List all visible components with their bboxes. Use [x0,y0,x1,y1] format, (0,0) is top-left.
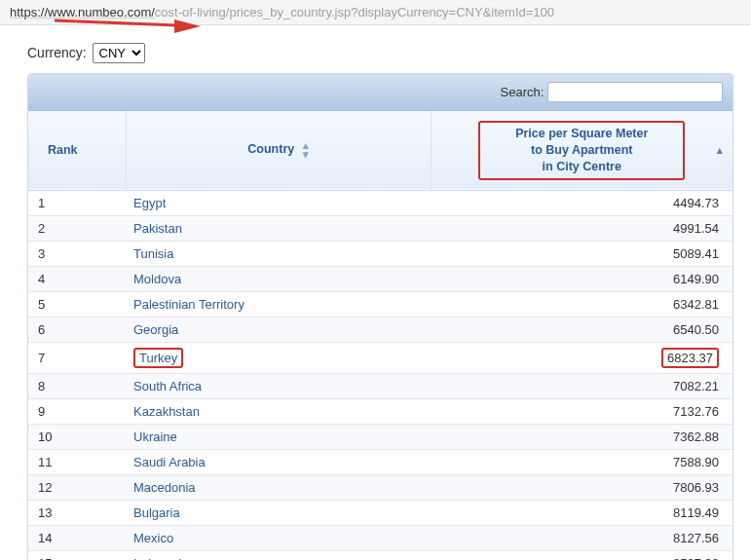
price-cell: 5089.41 [431,241,732,266]
table-row: 15Indonesia8587.32 [28,550,732,560]
search-input[interactable] [547,82,723,102]
country-cell: Indonesia [126,550,431,560]
table-row: 7Turkey6823.37 [28,342,732,373]
country-link[interactable]: Tunisia [133,246,173,261]
rank-cell: 3 [28,241,126,266]
table-row: 9Kazakhstan7132.76 [28,398,732,424]
country-link[interactable]: Turkey [133,351,183,365]
country-cell: Pakistan [126,215,431,241]
country-cell: Mexico [126,525,431,550]
country-cell: Turkey [126,342,431,373]
country-cell: Ukraine [126,424,431,449]
header-rank[interactable]: Rank [28,111,126,190]
price-cell: 7082.21 [431,373,732,398]
header-price-highlight: Price per Square Meter to Buy Apartment … [478,121,685,180]
country-link[interactable]: Bulgaria [133,505,180,520]
url-domain: https://www.numbeo.com/ [10,5,155,19]
country-link[interactable]: Georgia [133,322,178,337]
svg-line-0 [55,20,176,25]
table-row: 4Moldova6149.90 [28,266,732,291]
rank-cell: 9 [28,398,126,424]
currency-selector-row: Currency: CNY [27,43,733,63]
price-cell: 8119.49 [431,500,732,525]
highlight-price: 6823.37 [661,348,719,368]
price-cell: 4991.54 [431,215,732,241]
country-link[interactable]: Mexico [133,531,173,545]
sort-icon: ▴▾ [303,141,309,159]
search-label: Search: [501,85,544,99]
price-cell: 7588.90 [431,449,732,474]
rank-cell: 6 [28,317,126,342]
table-row: 11Saudi Arabia7588.90 [28,449,732,474]
country-link[interactable]: Kazakhstan [133,404,200,419]
price-cell: 7806.93 [431,474,732,500]
rank-cell: 7 [28,342,126,373]
country-cell: Macedonia [126,474,431,500]
table-row: 8South Africa7082.21 [28,373,732,398]
country-link[interactable]: Moldova [133,272,181,286]
country-cell: Palestinian Territory [126,291,431,317]
table-row: 6Georgia6540.50 [28,317,732,342]
rank-cell: 2 [28,215,126,241]
price-cell: 6342.81 [431,291,732,317]
currency-select[interactable]: CNY [93,43,145,63]
country-link[interactable]: Saudi Arabia [133,455,206,469]
highlight-country: Turkey [133,348,183,368]
country-cell: Tunisia [126,241,431,266]
country-link[interactable]: South Africa [133,379,202,393]
country-cell: Egypt [126,190,431,215]
country-link[interactable]: Indonesia [133,556,188,560]
rank-cell: 14 [28,525,126,550]
currency-label: Currency: [27,45,87,60]
header-price[interactable]: Price per Square Meter to Buy Apartment … [431,111,732,190]
table-row: 1Egypt4494.73 [28,190,732,215]
country-cell: Moldova [126,266,431,291]
data-table-wrap: Search: Rank Country ▴▾ Price per Square… [27,73,733,560]
price-cell: 4494.73 [431,190,732,215]
price-cell: 6149.90 [431,266,732,291]
rank-cell: 12 [28,474,126,500]
url-bar[interactable]: https://www.numbeo.com/cost-of-living/pr… [0,0,751,25]
rank-cell: 4 [28,266,126,291]
rank-cell: 10 [28,424,126,449]
rank-cell: 1 [28,190,126,215]
price-cell: 8127.56 [431,525,732,550]
table-row: 12Macedonia7806.93 [28,474,732,500]
country-cell: Georgia [126,317,431,342]
table-row: 13Bulgaria8119.49 [28,500,732,525]
header-country[interactable]: Country ▴▾ [126,111,431,190]
rank-cell: 8 [28,373,126,398]
country-cell: Bulgaria [126,500,431,525]
price-cell: 6540.50 [431,317,732,342]
country-cell: Saudi Arabia [126,449,431,474]
sort-asc-icon: ▴ [717,146,723,155]
country-cell: Kazakhstan [126,398,431,424]
table-row: 2Pakistan4991.54 [28,215,732,241]
country-link[interactable]: Macedonia [133,480,196,495]
rank-cell: 15 [28,550,126,560]
country-link[interactable]: Pakistan [133,221,182,236]
country-link[interactable]: Palestinian Territory [133,297,244,312]
rank-cell: 13 [28,500,126,525]
table-row: 10Ukraine7362.88 [28,424,732,449]
search-bar: Search: [28,74,732,111]
country-link[interactable]: Egypt [133,196,166,210]
country-link[interactable]: Ukraine [133,429,177,444]
rank-cell: 5 [28,291,126,317]
table-row: 14Mexico8127.56 [28,525,732,550]
rank-cell: 11 [28,449,126,474]
table-row: 3Tunisia5089.41 [28,241,732,266]
price-cell: 8587.32 [431,550,732,560]
table-row: 5Palestinian Territory6342.81 [28,291,732,317]
price-table: Rank Country ▴▾ Price per Square Meter t… [28,111,732,560]
price-cell: 7132.76 [431,398,732,424]
country-cell: South Africa [126,373,431,398]
price-cell: 7362.88 [431,424,732,449]
url-path: cost-of-living/prices_by_country.jsp?dis… [155,5,554,19]
price-cell: 6823.37 [431,342,732,373]
